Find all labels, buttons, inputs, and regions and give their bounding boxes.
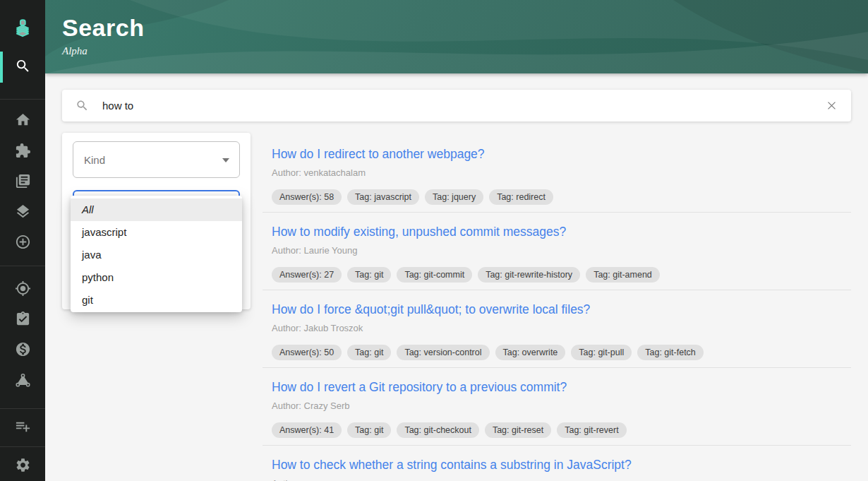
- sidebar-item-hub[interactable]: [0, 366, 45, 397]
- sidebar-item-monetization[interactable]: [0, 335, 45, 366]
- dropdown-option-all[interactable]: All: [71, 198, 242, 221]
- sidebar-item-settings[interactable]: [0, 451, 45, 481]
- result-author: Author: venkatachalam: [272, 167, 851, 178]
- puzzle-icon: [15, 143, 31, 162]
- result-title-link[interactable]: How to modify existing, unpushed commit …: [272, 225, 566, 239]
- library-news-icon: [15, 173, 31, 192]
- page-subtitle: Alpha: [62, 45, 144, 57]
- search-input-icon: [76, 99, 89, 112]
- app-logo-stack-icon: [12, 17, 33, 41]
- tag-chip: Tag: git-amend: [586, 267, 660, 283]
- sidebar-item-news[interactable]: [0, 167, 45, 198]
- tag-chip: Tag: git-checkout: [397, 422, 479, 438]
- result-author: Author: gramm: [272, 478, 851, 481]
- tag-chip: Tag: git-commit: [397, 267, 472, 283]
- result-item: How to modify existing, unpushed commit …: [263, 213, 851, 290]
- filter-panel: Kind All javascript java python git: [62, 133, 251, 309]
- search-input[interactable]: [102, 100, 823, 112]
- sidebar-divider: [0, 266, 45, 266]
- tag-chip: Tag: javascript: [347, 189, 419, 205]
- layers-icon: [15, 203, 31, 222]
- dropdown-option-git[interactable]: git: [71, 289, 242, 311]
- tag-chip: Tag: git-pull: [571, 345, 632, 360]
- search-bar: [62, 90, 851, 121]
- sidebar: [0, 0, 45, 481]
- result-chips: Answer(s): 58 Tag: javascript Tag: jquer…: [272, 189, 851, 205]
- header-decoration: [45, 0, 868, 73]
- result-item: How to check whether a string contains a…: [263, 446, 851, 481]
- tag-chip: Tag: git: [347, 267, 391, 283]
- sidebar-item-home[interactable]: [0, 105, 45, 136]
- tag-chip: Tag: git: [347, 422, 391, 438]
- tag-chip: Tag: redirect: [489, 189, 553, 205]
- clipboard-check-icon: [15, 311, 31, 330]
- result-item: How do I revert a Git repository to a pr…: [263, 368, 851, 446]
- dollar-circle-icon: [15, 341, 31, 360]
- add-circle-icon: [15, 234, 31, 253]
- result-item: How do I redirect to another webpage? Au…: [263, 135, 851, 213]
- answer-count-chip: Answer(s): 27: [272, 267, 342, 283]
- dropdown-option-python[interactable]: python: [71, 266, 242, 289]
- result-title-link[interactable]: How do I force &quot;git pull&quot; to o…: [272, 302, 590, 317]
- app-logo[interactable]: [0, 13, 45, 44]
- result-author: Author: Jakub Troszok: [272, 323, 851, 333]
- playlist-add-icon: [15, 418, 31, 437]
- answer-count-chip: Answer(s): 50: [272, 345, 342, 360]
- page-title: Search: [62, 14, 144, 42]
- gear-icon: [15, 457, 31, 476]
- sidebar-item-layers[interactable]: [0, 197, 45, 228]
- tag-chip: Tag: git: [347, 345, 391, 360]
- result-title-link[interactable]: How do I revert a Git repository to a pr…: [272, 380, 567, 395]
- chevron-down-icon: [222, 158, 229, 162]
- result-title-link[interactable]: How to check whether a string contains a…: [272, 458, 632, 473]
- sidebar-item-add[interactable]: [0, 227, 45, 259]
- dropdown-option-javascript[interactable]: javascript: [71, 221, 242, 244]
- gps-target-icon: [15, 280, 31, 299]
- tag-chip: Tag: git-revert: [557, 422, 626, 438]
- kind-select[interactable]: Kind: [73, 141, 240, 178]
- result-author: Author: Laurie Young: [272, 245, 851, 256]
- dropdown-option-java[interactable]: java: [71, 244, 242, 266]
- result-item: How do I force &quot;git pull&quot; to o…: [263, 290, 851, 368]
- sidebar-item-tasks[interactable]: [0, 304, 45, 335]
- sidebar-divider: [0, 408, 45, 409]
- tag-chip: Tag: overwrite: [495, 345, 566, 360]
- sidebar-item-target[interactable]: [0, 274, 45, 305]
- sidebar-item-playlist-add[interactable]: [0, 412, 45, 443]
- tag-chip: Tag: git-reset: [485, 422, 551, 438]
- sidebar-item-search[interactable]: [0, 52, 45, 83]
- sidebar-item-extensions[interactable]: [0, 136, 45, 167]
- answer-count-chip: Answer(s): 41: [272, 422, 342, 438]
- sidebar-divider: [0, 446, 45, 447]
- filter-dropdown-menu: All javascript java python git: [71, 196, 242, 312]
- result-chips: Answer(s): 27 Tag: git Tag: git-commit T…: [272, 267, 851, 283]
- tag-chip: Tag: git-rewrite-history: [478, 267, 580, 283]
- search-icon: [15, 58, 31, 77]
- result-author: Author: Crazy Serb: [272, 400, 851, 411]
- page-header: Search Alpha: [45, 0, 868, 73]
- tag-chip: Tag: git-fetch: [637, 345, 704, 360]
- home-icon: [15, 112, 31, 131]
- kind-select-label: Kind: [84, 154, 105, 166]
- result-title-link[interactable]: How do I redirect to another webpage?: [272, 147, 485, 162]
- result-chips: Answer(s): 41 Tag: git Tag: git-checkout…: [272, 422, 851, 438]
- clear-search-button[interactable]: [823, 97, 840, 114]
- close-icon: [826, 100, 838, 112]
- sidebar-divider: [0, 99, 45, 100]
- tag-chip: Tag: version-control: [397, 345, 489, 360]
- result-chips: Answer(s): 50 Tag: git Tag: version-cont…: [272, 345, 851, 360]
- answer-count-chip: Answer(s): 58: [272, 189, 342, 205]
- hub-network-icon: [15, 372, 31, 391]
- search-results-list: How do I redirect to another webpage? Au…: [263, 135, 851, 481]
- tag-chip: Tag: jquery: [425, 189, 483, 205]
